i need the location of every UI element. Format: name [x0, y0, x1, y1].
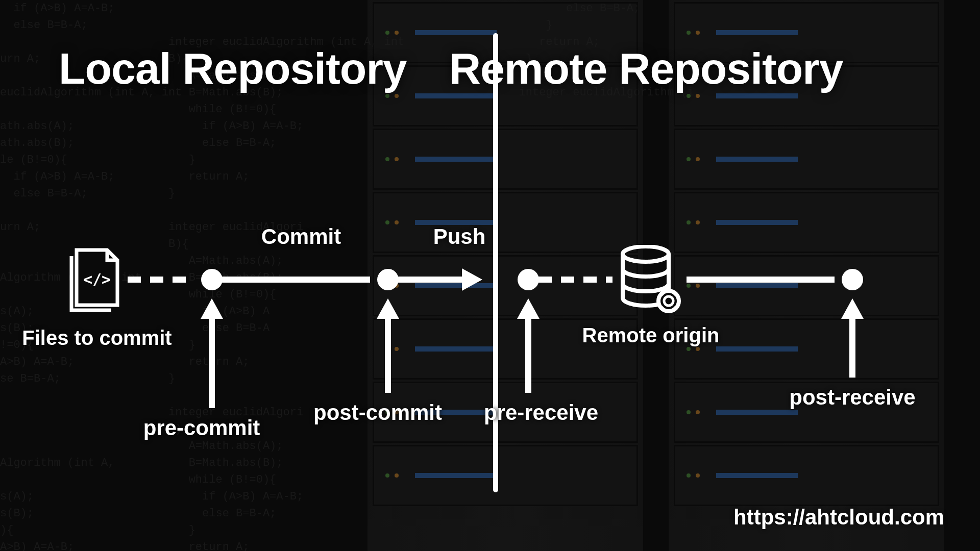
circle-post-commit: [377, 269, 399, 290]
label-pre-commit: pre-commit: [143, 416, 260, 440]
circle-pre-receive: [518, 269, 539, 290]
arrow-push: [462, 268, 482, 291]
connector-commit: [222, 277, 370, 283]
files-icon: </>: [66, 245, 128, 316]
arrow-pre-commit: [201, 298, 223, 319]
circle-post-receive: [842, 269, 863, 290]
label-pre-receive: pre-receive: [484, 400, 598, 425]
label-post-commit: post-commit: [313, 400, 442, 425]
svg-line-8: [661, 293, 663, 295]
title-local-repository: Local Repository: [59, 43, 407, 94]
connector-pre-receive: [538, 277, 612, 283]
svg-text:</>: </>: [83, 270, 111, 288]
arrow-post-commit: [377, 298, 399, 319]
vline-post-receive: [849, 316, 855, 378]
connector-post-receive: [687, 277, 835, 283]
label-push: Push: [433, 224, 486, 249]
arrow-post-receive: [841, 298, 864, 319]
svg-line-10: [661, 307, 663, 309]
label-commit: Commit: [261, 224, 341, 249]
arrow-pre-receive: [517, 298, 540, 319]
svg-point-1: [623, 246, 669, 262]
svg-line-9: [674, 307, 676, 309]
title-remote-repository: Remote Repository: [449, 43, 843, 94]
vline-pre-commit: [209, 316, 215, 408]
url-text: https://ahtcloud.com: [733, 505, 944, 530]
svg-line-11: [674, 293, 676, 295]
vline-pre-receive: [525, 316, 531, 393]
connector-dashed: [128, 277, 189, 283]
vline-post-commit: [385, 316, 391, 393]
connector-push: [398, 277, 464, 283]
label-files-to-commit: Files to commit: [20, 327, 174, 349]
database-icon: [618, 245, 684, 316]
circle-pre-commit: [201, 269, 223, 290]
label-post-receive: post-receive: [789, 385, 915, 410]
label-remote-origin: Remote origin: [567, 324, 735, 347]
